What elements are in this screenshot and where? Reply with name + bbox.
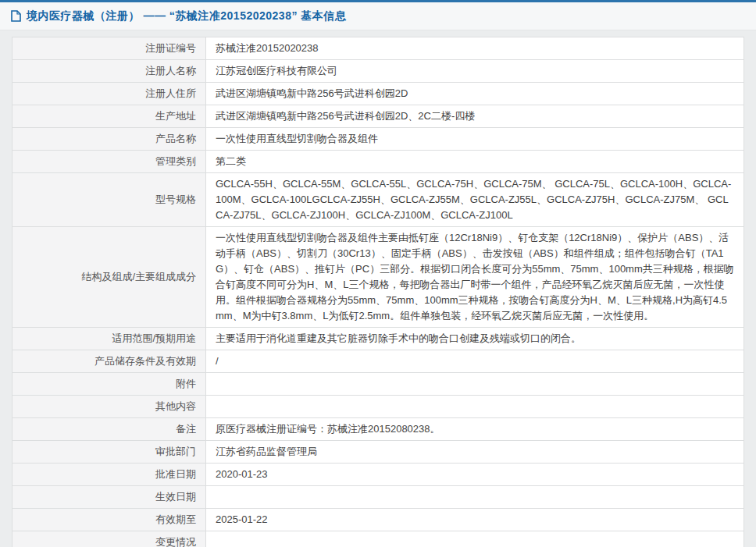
row-value — [206, 531, 744, 547]
table-row: 有效期至 2025-01-22 — [12, 509, 744, 531]
row-label: 其他内容 — [12, 396, 206, 418]
row-label: 生产地址 — [12, 105, 206, 128]
table-row: 附件 — [12, 373, 744, 396]
table-row: 管理类别 第二类 — [12, 151, 744, 173]
row-label: 变更情况 — [12, 531, 206, 547]
row-label: 有效期至 — [12, 509, 206, 531]
table-row: 备注 原医疗器械注册证编号：苏械注准20152080238。 — [12, 418, 744, 441]
row-value: GCLCA-55H、GCLCA-55M、GCLCA-55L、GCLCA-75H、… — [206, 173, 744, 227]
info-table: 注册证编号 苏械注准20152020238 注册人名称 江苏冠创医疗科技有限公司… — [12, 37, 744, 547]
row-label: 备注 — [12, 418, 206, 441]
table-row: 生产地址 武进区湖塘镇鸣新中路256号武进科创园2D、2C二楼-四楼 — [12, 105, 744, 128]
row-label: 附件 — [12, 373, 206, 396]
table-row: 注册人名称 江苏冠创医疗科技有限公司 — [12, 60, 744, 83]
row-value: 苏械注准20152020238 — [206, 37, 744, 60]
row-value: 武进区湖塘镇鸣新中路256号武进科创园2D、2C二楼-四楼 — [206, 105, 744, 128]
table-row: 批准日期 2020-01-23 — [12, 464, 744, 486]
table-row: 适用范围/预期用途 主要适用于消化道重建及其它脏器切除手术中的吻合口创建及残端或… — [12, 328, 744, 350]
row-value: 一次性使用直线型切割吻合器及组件主要由抵钉座（12Cr18Ni9）、钉仓支架（1… — [206, 227, 744, 328]
row-value: 2025-01-22 — [206, 509, 744, 531]
row-label: 管理类别 — [12, 151, 206, 173]
row-label: 产品储存条件及有效期 — [12, 350, 206, 373]
row-value — [206, 396, 744, 418]
table-row: 产品名称 一次性使用直线型切割吻合器及组件 — [12, 128, 744, 151]
table-row: 其他内容 — [12, 396, 744, 418]
row-value: 原医疗器械注册证编号：苏械注准20152080238。 — [206, 418, 744, 441]
info-table-container: 注册证编号 苏械注准20152020238 注册人名称 江苏冠创医疗科技有限公司… — [0, 30, 756, 547]
row-value: 江苏省药品监督管理局 — [206, 441, 744, 464]
row-value: 武进区湖塘镇鸣新中路256号武进科创园2D — [206, 83, 744, 105]
table-row: 产品储存条件及有效期 / — [12, 350, 744, 373]
table-row: 注册证编号 苏械注准20152020238 — [12, 37, 744, 60]
row-label: 注册证编号 — [12, 37, 206, 60]
row-label: 适用范围/预期用途 — [12, 328, 206, 350]
row-value: 一次性使用直线型切割吻合器及组件 — [206, 128, 744, 151]
row-label: 结构及组成/主要组成成分 — [12, 227, 206, 328]
document-icon — [11, 10, 21, 22]
table-row: 结构及组成/主要组成成分 一次性使用直线型切割吻合器及组件主要由抵钉座（12Cr… — [12, 227, 744, 328]
row-label: 型号规格 — [12, 173, 206, 227]
row-value — [206, 373, 744, 396]
table-row: 变更情况 — [12, 531, 744, 547]
row-value: 第二类 — [206, 151, 744, 173]
row-label: 生效日期 — [12, 486, 206, 509]
row-label: 产品名称 — [12, 128, 206, 151]
page-title: 境内医疗器械（注册） —— “苏械注准20152020238” 基本信息 — [27, 9, 346, 23]
row-value — [206, 486, 744, 509]
row-value: 2020-01-23 — [206, 464, 744, 486]
row-value: / — [206, 350, 744, 373]
table-row: 生效日期 — [12, 486, 744, 509]
row-label: 注册人名称 — [12, 60, 206, 83]
row-label: 批准日期 — [12, 464, 206, 486]
row-label: 审批部门 — [12, 441, 206, 464]
row-value: 主要适用于消化道重建及其它脏器切除手术中的吻合口创建及残端或切口的闭合。 — [206, 328, 744, 350]
row-label: 注册人住所 — [12, 83, 206, 105]
row-value: 江苏冠创医疗科技有限公司 — [206, 60, 744, 83]
table-row: 型号规格 GCLCA-55H、GCLCA-55M、GCLCA-55L、GCLCA… — [12, 173, 744, 227]
page-header: 境内医疗器械（注册） —— “苏械注准20152020238” 基本信息 — [0, 0, 756, 30]
table-row: 注册人住所 武进区湖塘镇鸣新中路256号武进科创园2D — [12, 83, 744, 105]
table-row: 审批部门 江苏省药品监督管理局 — [12, 441, 744, 464]
